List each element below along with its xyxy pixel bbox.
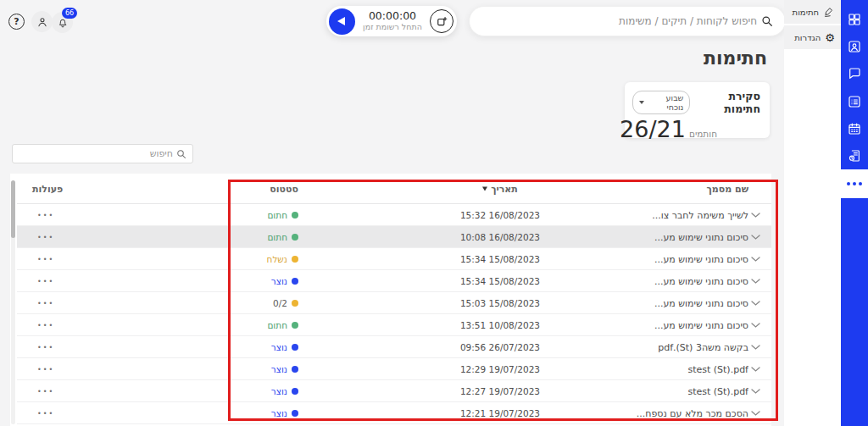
table-row[interactable]: ••• נוצר 15:34 15/08/2023 סיכום נתוני שי…: [17, 270, 771, 292]
contacts-card-icon[interactable]: [841, 33, 868, 60]
row-date: 15:34 15/08/2023: [449, 254, 551, 264]
table-row[interactable]: ••• 0/2 15:03 15/08/2023 סיכום נתוני שימ…: [17, 292, 771, 314]
table-scrollbar-thumb[interactable]: [11, 180, 15, 238]
document-name: בקשה משה3 (St).pdf: [658, 341, 748, 352]
dot: [859, 182, 863, 186]
table-row[interactable]: ••• חתום 10:08 16/08/2023 סיכום נתוני שי…: [17, 226, 771, 248]
row-actions-menu[interactable]: •••: [37, 343, 54, 351]
signatures-overview-card: סקירת חתימות שבוע נוכחי חותמים 26/21: [625, 82, 770, 138]
status-dot-icon: [292, 278, 298, 285]
row-expand-button[interactable]: [749, 213, 761, 218]
settings-subpanel: חתימות ⚙ הגדרות: [784, 0, 841, 426]
row-date: 10:08 16/08/2023: [449, 232, 551, 242]
task-list-icon[interactable]: [841, 88, 868, 115]
app-root: ? 66 00:00:00 התחל רשומת זמן: [0, 0, 868, 426]
chevron-down-icon: [751, 323, 760, 328]
status-badge: נוצר: [271, 408, 298, 418]
row-expand-button[interactable]: [749, 345, 761, 350]
row-expand-button[interactable]: [749, 235, 761, 240]
chevron-down-icon: [751, 301, 760, 306]
sidebar-item-signatures[interactable]: חתימות: [784, 0, 841, 24]
row-date: 13:51 10/08/2023: [449, 320, 551, 330]
table-row[interactable]: ••• חתום 15:32 16/08/2023 לשייך משימה לח…: [17, 204, 771, 226]
chevron-down-icon: [751, 367, 760, 372]
status-badge: נוצר: [271, 386, 298, 396]
calendar-icon[interactable]: [841, 115, 868, 142]
play-icon: [337, 17, 345, 25]
row-expand-button[interactable]: [749, 279, 761, 284]
period-filter-dropdown[interactable]: שבוע נוכחי: [632, 91, 690, 114]
signers-count-label: חותמים: [689, 129, 717, 139]
add-time-entry-button[interactable]: [430, 9, 453, 33]
sort-desc-icon: [482, 186, 487, 191]
dashboard-grid-icon[interactable]: [841, 6, 868, 33]
row-expand-button[interactable]: [749, 367, 761, 372]
more-icon[interactable]: [841, 169, 868, 198]
document-name: לשייך משימה לחבר צו...: [652, 209, 748, 220]
row-date: 15:34 15/08/2023: [449, 276, 551, 286]
row-date: 12:21 19/07/2023: [449, 408, 551, 418]
status-dot-icon: [292, 300, 298, 307]
row-actions-menu[interactable]: •••: [37, 409, 54, 417]
header-document-name: שם מסמך: [706, 183, 748, 194]
status-dot-icon: [292, 212, 298, 219]
row-actions-menu[interactable]: •••: [37, 255, 54, 263]
table-search: [12, 144, 193, 163]
table-row[interactable]: ••• חתום 13:51 10/08/2023 סיכום נתוני שי…: [17, 314, 771, 336]
status-badge: חתום: [267, 320, 298, 330]
table-scrollbar: [11, 180, 15, 424]
add-note-icon: [437, 16, 448, 27]
chevron-down-icon: [751, 257, 760, 262]
status-badge: 0/2: [273, 298, 298, 308]
row-actions-menu[interactable]: •••: [37, 233, 54, 241]
status-badge: חתום: [267, 210, 298, 220]
document-name: סיכום נתוני שימוש מע...: [654, 275, 748, 286]
timer-time: 00:00:00: [355, 10, 430, 22]
status-label: נוצר: [271, 364, 287, 374]
row-expand-button[interactable]: [749, 257, 761, 262]
row-actions-menu[interactable]: •••: [37, 299, 54, 307]
status-dot-icon: [292, 388, 298, 395]
main-nav-rail: [841, 0, 868, 426]
sidebar-item-settings[interactable]: ⚙ הגדרות: [784, 25, 841, 49]
chat-icon[interactable]: [841, 60, 868, 87]
table-row[interactable]: ••• נוצר 12:27 19/07/2023 stest (St).pdf: [17, 380, 771, 402]
status-dot-icon: [292, 366, 298, 373]
table-row[interactable]: ••• נוצר 09:56 26/07/2023 בקשה משה3 (St)…: [17, 336, 771, 358]
status-dot-icon: [292, 234, 298, 241]
row-actions-menu[interactable]: •••: [37, 277, 54, 285]
chevron-down-icon: [751, 345, 760, 350]
table-row[interactable]: ••• נוצר 12:29 19/07/2023 stest (St).pdf: [17, 358, 771, 380]
table-search-input[interactable]: [19, 148, 173, 159]
row-actions-menu[interactable]: •••: [37, 365, 54, 373]
row-actions-menu[interactable]: •••: [37, 387, 54, 395]
help-button[interactable]: ?: [8, 14, 25, 30]
signature-pen-icon: [823, 6, 835, 18]
status-label: נוצר: [271, 342, 287, 352]
row-expand-button[interactable]: [749, 301, 761, 306]
status-label: חתום: [267, 232, 287, 242]
status-label: חתום: [267, 320, 287, 330]
row-actions-menu[interactable]: •••: [37, 321, 54, 329]
header-date-sort[interactable]: תאריך: [449, 183, 551, 194]
row-date: 09:56 26/07/2023: [449, 342, 551, 352]
user-account-button[interactable]: [31, 11, 53, 32]
notifications-count-badge: 66: [62, 8, 77, 19]
header-actions: פעולות: [32, 183, 63, 194]
chevron-down-icon: [751, 389, 760, 394]
status-label: נשלח: [267, 254, 287, 264]
start-timer-button[interactable]: [329, 8, 355, 35]
table-row[interactable]: ••• נוצר 12:21 19/07/2023 הסכם מכר מלא ע…: [17, 402, 771, 424]
row-date: 15:32 16/08/2023: [449, 210, 551, 220]
row-expand-button[interactable]: [749, 389, 761, 394]
chevron-down-icon: [639, 101, 644, 104]
row-date: 12:27 19/07/2023: [449, 386, 551, 396]
table-body: ••• חתום 15:32 16/08/2023 לשייך משימה לח…: [17, 204, 771, 424]
user-icon: [36, 16, 48, 28]
time-report-icon[interactable]: [841, 142, 868, 169]
row-actions-menu[interactable]: •••: [37, 211, 54, 219]
row-expand-button[interactable]: [749, 411, 761, 416]
table-row[interactable]: ••• נשלח 15:34 15/08/2023 סיכום נתוני שי…: [17, 248, 771, 270]
row-expand-button[interactable]: [749, 323, 761, 328]
global-search-input[interactable]: [481, 15, 757, 27]
